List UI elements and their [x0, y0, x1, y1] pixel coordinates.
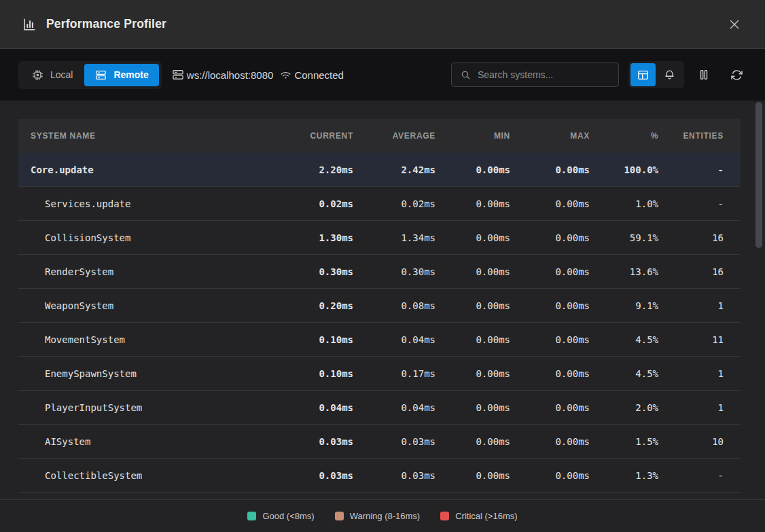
legend-label: Critical (>16ms) [455, 511, 517, 521]
percent-cell: 4.5% [590, 334, 658, 345]
average-cell: 0.04ms [353, 402, 435, 413]
bar-chart-icon [22, 17, 37, 32]
table-row[interactable]: WeaponSystem 0.20ms 0.08ms 0.00ms 0.00ms… [18, 289, 741, 323]
server-icon [94, 69, 107, 82]
percent-cell: 1.5% [590, 436, 658, 447]
current-cell: 0.20ms [275, 300, 353, 311]
table-row[interactable]: CollisionSystem 1.30ms 1.34ms 0.00ms 0.0… [18, 221, 741, 255]
view-toggle [628, 61, 684, 88]
search-input[interactable] [478, 69, 610, 80]
source-toggle: Local Remote [18, 61, 162, 89]
system-name-cell: Services.update [18, 198, 275, 209]
entities-cell: 1 [658, 300, 741, 311]
pause-button[interactable] [694, 65, 714, 85]
min-cell: 0.00ms [435, 402, 510, 413]
connection-status: Connected [279, 69, 344, 82]
average-cell: 1.34ms [353, 232, 435, 243]
alerts-button[interactable] [657, 63, 682, 86]
connection-status-label: Connected [294, 69, 344, 81]
table-row[interactable]: CollectibleSystem 0.03ms 0.03ms 0.00ms 0… [18, 459, 741, 493]
current-cell: 1.30ms [275, 232, 353, 243]
table-header: SYSTEM NAMECURRENTAVERAGEMINMAX%ENTITIES [18, 119, 741, 153]
percent-cell: 1.3% [590, 470, 658, 481]
entities-cell: 1 [658, 402, 741, 413]
refresh-button[interactable] [726, 65, 747, 85]
profiler-window: Performance Profiler Local [0, 0, 765, 532]
endpoint-url: ws://localhost:8080 [187, 69, 274, 81]
min-cell: 0.00ms [435, 266, 510, 277]
remote-button[interactable]: Remote [84, 64, 158, 86]
average-cell: 2.42ms [353, 164, 435, 175]
table-row[interactable]: Services.update 0.02ms 0.02ms 0.00ms 0.0… [18, 187, 741, 221]
current-cell: 0.10ms [275, 334, 353, 345]
legend-bar: Good (<8ms) Warning (8-16ms) Critical (>… [0, 499, 765, 532]
local-button-label: Local [50, 69, 73, 80]
table-row[interactable]: EnemySpawnSystem 0.10ms 0.17ms 0.00ms 0.… [18, 357, 741, 391]
max-cell: 0.00ms [510, 198, 590, 209]
refresh-icon [730, 69, 743, 82]
column-header[interactable]: MAX [510, 131, 590, 141]
system-name-cell: CollectibleSystem [18, 470, 275, 481]
page-title: Performance Profiler [46, 17, 166, 31]
legend-swatch [440, 512, 449, 520]
percent-cell: 4.5% [590, 368, 658, 379]
systems-table: SYSTEM NAMECURRENTAVERAGEMINMAX%ENTITIES… [18, 119, 741, 493]
column-header[interactable]: % [590, 131, 658, 141]
min-cell: 0.00ms [435, 368, 510, 379]
column-header[interactable]: CURRENT [275, 131, 353, 141]
system-name-cell: RenderSystem [18, 266, 275, 277]
system-name-cell: AISystem [18, 436, 275, 447]
column-header[interactable]: SYSTEM NAME [18, 131, 275, 141]
entities-cell: 16 [658, 266, 741, 277]
max-cell: 0.00ms [510, 266, 590, 277]
entities-cell: - [658, 164, 741, 175]
wifi-icon [279, 69, 292, 82]
current-cell: 0.04ms [275, 402, 353, 413]
max-cell: 0.00ms [510, 232, 590, 243]
close-icon [727, 17, 742, 32]
server-icon [171, 68, 185, 82]
table-icon [637, 69, 650, 82]
current-cell: 0.03ms [275, 436, 353, 447]
table-row[interactable]: Core.update 2.20ms 2.42ms 0.00ms 0.00ms … [18, 153, 741, 187]
table-row[interactable]: RenderSystem 0.30ms 0.30ms 0.00ms 0.00ms… [18, 255, 741, 289]
average-cell: 0.08ms [353, 300, 435, 311]
system-name-cell: MovementSystem [18, 334, 275, 345]
entities-cell: 16 [658, 232, 741, 243]
average-cell: 0.02ms [353, 198, 435, 209]
current-cell: 0.02ms [275, 198, 353, 209]
search-icon [460, 69, 472, 81]
min-cell: 0.00ms [435, 300, 510, 311]
table-row[interactable]: AISystem 0.03ms 0.03ms 0.00ms 0.00ms 1.5… [18, 425, 741, 459]
local-button[interactable]: Local [21, 64, 83, 86]
legend-item: Warning (8-16ms) [335, 511, 421, 521]
entities-cell: - [658, 470, 741, 481]
average-cell: 0.03ms [353, 470, 435, 481]
entities-cell: 1 [658, 368, 741, 379]
table-body: Core.update 2.20ms 2.42ms 0.00ms 0.00ms … [18, 153, 741, 493]
max-cell: 0.00ms [510, 368, 590, 379]
average-cell: 0.04ms [353, 334, 435, 345]
column-header[interactable]: AVERAGE [353, 131, 435, 141]
close-button[interactable] [724, 14, 745, 35]
max-cell: 0.00ms [510, 402, 590, 413]
min-cell: 0.00ms [435, 470, 510, 481]
system-name-cell: WeaponSystem [18, 300, 275, 311]
legend-swatch [335, 512, 344, 520]
table-view-button[interactable] [630, 63, 656, 86]
min-cell: 0.00ms [435, 232, 510, 243]
toolbar: Local Remote [0, 49, 765, 101]
column-header[interactable]: ENTITIES [658, 131, 741, 141]
system-name-cell: CollisionSystem [18, 232, 275, 243]
system-name-cell: PlayerInputSystem [18, 402, 275, 413]
scrollbar-thumb[interactable] [755, 102, 762, 248]
content-area: SYSTEM NAMECURRENTAVERAGEMINMAX%ENTITIES… [0, 101, 765, 499]
table-row[interactable]: MovementSystem 0.10ms 0.04ms 0.00ms 0.00… [18, 323, 741, 357]
column-header[interactable]: MIN [435, 131, 510, 141]
table-row[interactable]: PlayerInputSystem 0.04ms 0.04ms 0.00ms 0… [18, 391, 741, 425]
current-cell: 0.30ms [275, 266, 353, 277]
max-cell: 0.00ms [510, 164, 590, 175]
legend-item: Critical (>16ms) [440, 511, 517, 521]
entities-cell: 10 [658, 436, 741, 447]
average-cell: 0.03ms [353, 436, 435, 447]
